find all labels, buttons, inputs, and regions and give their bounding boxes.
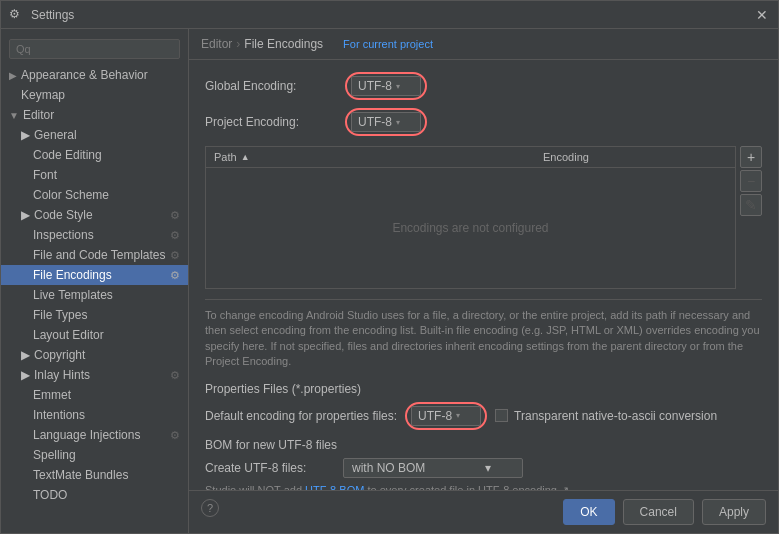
sidebar-item-textmate-bundles[interactable]: TextMate Bundles	[1, 465, 188, 485]
sidebar-item-file-encodings[interactable]: File Encodings ⚙	[1, 265, 188, 285]
sidebar-item-language-injections[interactable]: Language Injections ⚙	[1, 425, 188, 445]
window-title: Settings	[31, 8, 754, 22]
sidebar-item-live-templates[interactable]: Live Templates	[1, 285, 188, 305]
sidebar-item-general[interactable]: ▶ General	[1, 125, 188, 145]
sidebar-item-label: Color Scheme	[33, 188, 109, 202]
encodings-table-wrapper: Path ▲ Encoding Encodings are not config…	[205, 146, 762, 289]
breadcrumb: Editor › File Encodings For current proj…	[189, 29, 778, 60]
settings-badge-icon: ⚙	[170, 429, 180, 442]
global-encoding-row: Global Encoding: UTF-8 ▾	[205, 72, 762, 100]
sidebar-item-inspections[interactable]: Inspections ⚙	[1, 225, 188, 245]
settings-badge-icon: ⚙	[170, 209, 180, 222]
sidebar-item-label: Inspections	[33, 228, 94, 242]
app-icon: ⚙	[9, 7, 25, 23]
table-empty-message: Encodings are not configured	[392, 221, 548, 235]
help-button[interactable]: ?	[201, 499, 219, 517]
project-encoding-label: Project Encoding:	[205, 115, 345, 129]
sidebar-item-spelling[interactable]: Spelling	[1, 445, 188, 465]
sidebar-item-inlay-hints[interactable]: ▶ Inlay Hints ⚙	[1, 365, 188, 385]
description-text: To change encoding Android Studio uses f…	[205, 309, 760, 367]
create-utf8-label: Create UTF-8 files:	[205, 461, 335, 475]
settings-badge-icon: ⚙	[170, 229, 180, 242]
sidebar-item-label: Language Injections	[33, 428, 140, 442]
sidebar-item-file-types[interactable]: File Types	[1, 305, 188, 325]
settings-badge-icon: ⚙	[170, 249, 180, 262]
edit-row-button[interactable]: ✎	[740, 194, 762, 216]
transparent-checkbox-row: Transparent native-to-ascii conversion	[495, 409, 717, 423]
sidebar-item-code-style[interactable]: ▶ Code Style ⚙	[1, 205, 188, 225]
settings-badge-icon: ⚙	[170, 269, 180, 282]
encoding-description: To change encoding Android Studio uses f…	[205, 299, 762, 370]
project-encoding-value: UTF-8	[358, 115, 392, 129]
sidebar-item-intentions[interactable]: Intentions	[1, 405, 188, 425]
sidebar-item-label: File Encodings	[33, 268, 112, 282]
transparent-checkbox[interactable]	[495, 409, 508, 422]
search-input[interactable]	[9, 39, 180, 59]
arrow-icon: ▶	[9, 70, 17, 81]
remove-row-button[interactable]: −	[740, 170, 762, 192]
encodings-table: Path ▲ Encoding Encodings are not config…	[205, 146, 736, 289]
settings-window: ⚙ Settings ✕ ▶ Appearance & Behavior Key…	[0, 0, 779, 534]
search-box	[1, 33, 188, 65]
table-side-buttons: + − ✎	[740, 146, 762, 289]
sidebar-item-label: File Types	[33, 308, 87, 322]
bom-section: BOM for new UTF-8 files Create UTF-8 fil…	[205, 438, 762, 490]
sidebar-item-layout-editor[interactable]: Layout Editor	[1, 325, 188, 345]
arrow-icon: ▼	[9, 110, 19, 121]
footer: ? OK Cancel Apply	[189, 490, 778, 533]
project-encoding-dropdown[interactable]: UTF-8 ▾	[351, 112, 421, 132]
breadcrumb-current: File Encodings	[244, 37, 323, 51]
sidebar-item-label: Intentions	[33, 408, 85, 422]
global-encoding-label: Global Encoding:	[205, 79, 345, 93]
path-column-header[interactable]: Path ▲	[206, 147, 535, 167]
ok-button[interactable]: OK	[563, 499, 614, 525]
global-encoding-dropdown[interactable]: UTF-8 ▾	[351, 76, 421, 96]
main-settings-content: Global Encoding: UTF-8 ▾ Project Encodin…	[189, 60, 778, 490]
create-utf8-dropdown[interactable]: with NO BOM ▾	[343, 458, 523, 478]
sidebar-item-label: Emmet	[33, 388, 71, 402]
add-row-button[interactable]: +	[740, 146, 762, 168]
sidebar-item-font[interactable]: Font	[1, 165, 188, 185]
breadcrumb-separator: ›	[236, 37, 240, 51]
close-button[interactable]: ✕	[754, 7, 770, 23]
sidebar-item-todo[interactable]: TODO	[1, 485, 188, 505]
breadcrumb-link[interactable]: For current project	[343, 38, 433, 50]
sidebar-item-label: General	[34, 128, 77, 142]
sidebar-item-label: TextMate Bundles	[33, 468, 128, 482]
sidebar-item-label: Layout Editor	[33, 328, 104, 342]
dropdown-arrow-icon: ▾	[396, 82, 400, 91]
sidebar-item-appearance-behavior[interactable]: ▶ Appearance & Behavior	[1, 65, 188, 85]
default-encoding-label: Default encoding for properties files:	[205, 409, 397, 423]
breadcrumb-parent: Editor	[201, 37, 232, 51]
properties-section-title: Properties Files (*.properties)	[205, 382, 762, 396]
path-header-label: Path	[214, 151, 237, 163]
sidebar-item-code-editing[interactable]: Code Editing	[1, 145, 188, 165]
sidebar-item-editor[interactable]: ▼ Editor	[1, 105, 188, 125]
encoding-column-header[interactable]: Encoding	[535, 147, 735, 167]
dropdown-arrow-icon: ▾	[456, 411, 460, 420]
properties-encoding-row: Default encoding for properties files: U…	[205, 402, 762, 430]
sidebar-item-label: Inlay Hints	[34, 368, 90, 382]
help-label: ?	[207, 502, 213, 514]
sidebar-item-emmet[interactable]: Emmet	[1, 385, 188, 405]
apply-button[interactable]: Apply	[702, 499, 766, 525]
cancel-button[interactable]: Cancel	[623, 499, 694, 525]
sidebar-item-label: Live Templates	[33, 288, 113, 302]
sidebar-item-label: Appearance & Behavior	[21, 68, 148, 82]
table-header: Path ▲ Encoding	[206, 147, 735, 168]
transparent-label: Transparent native-to-ascii conversion	[514, 409, 717, 423]
properties-encoding-dropdown[interactable]: UTF-8 ▾	[411, 406, 481, 426]
sidebar-item-color-scheme[interactable]: Color Scheme	[1, 185, 188, 205]
sidebar-item-keymap[interactable]: Keymap	[1, 85, 188, 105]
table-body: Encodings are not configured	[206, 168, 735, 288]
create-utf8-value: with NO BOM	[352, 461, 425, 475]
project-encoding-highlight: UTF-8 ▾	[345, 108, 427, 136]
sidebar-item-label: File and Code Templates	[33, 248, 166, 262]
sidebar-item-label: Copyright	[34, 348, 85, 362]
arrow-icon: ▶	[21, 348, 30, 362]
sidebar-item-file-code-templates[interactable]: File and Code Templates ⚙	[1, 245, 188, 265]
bom-section-title: BOM for new UTF-8 files	[205, 438, 762, 452]
sidebar-item-copyright[interactable]: ▶ Copyright	[1, 345, 188, 365]
sidebar-item-label: Spelling	[33, 448, 76, 462]
title-bar: ⚙ Settings ✕	[1, 1, 778, 29]
